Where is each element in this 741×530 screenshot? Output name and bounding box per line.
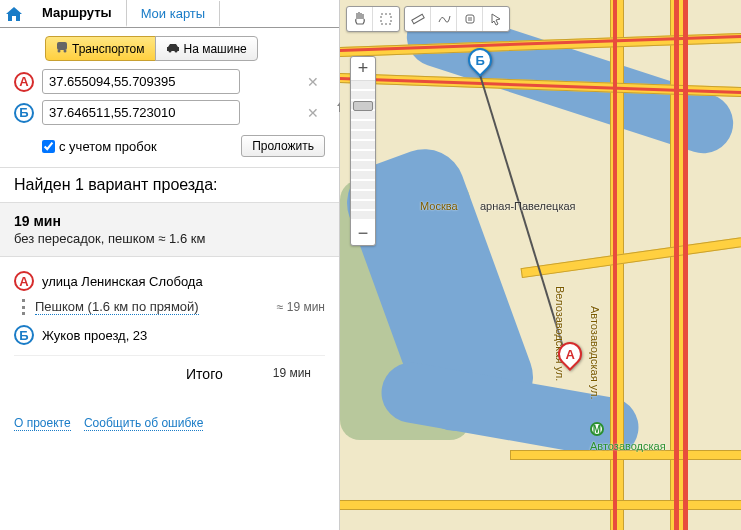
svg-rect-7 xyxy=(411,14,423,23)
route-start-item: А улица Ленинская Слобода xyxy=(14,271,325,291)
marker-tool-icon[interactable] xyxy=(457,7,483,31)
route-walk-item: Пешком (1.6 км по прямой) ≈ 19 мин xyxy=(14,299,325,315)
top-nav: Маршруты Мои карты xyxy=(0,0,339,28)
tab-mymaps[interactable]: Мои карты xyxy=(127,1,221,26)
metro-icon[interactable]: M xyxy=(590,422,604,436)
route-points: А ✕ Б ✕ xyxy=(0,69,339,131)
traffic-label-text: с учетом пробок xyxy=(59,139,157,154)
svg-rect-6 xyxy=(381,14,391,24)
total-time: 19 мин xyxy=(273,366,311,382)
map-label-river: Москва xyxy=(420,200,458,212)
summary-time: 19 мин xyxy=(14,213,325,229)
map-toolbar xyxy=(346,6,510,32)
marker-b-icon: Б xyxy=(14,103,34,123)
point-b-input[interactable] xyxy=(42,100,240,125)
about-link[interactable]: О проекте xyxy=(14,416,71,431)
zoom-control: + − xyxy=(350,56,376,246)
clear-b-icon[interactable]: ✕ xyxy=(307,105,319,121)
map-label-avtozavodskaya-metro: Автозаводская xyxy=(590,440,666,452)
route-end-label: Жуков проезд, 23 xyxy=(42,328,147,343)
footer-links: О проекте Сообщить об ошибке xyxy=(0,406,339,440)
zoom-in-button[interactable]: + xyxy=(351,57,375,81)
zoom-slider[interactable] xyxy=(351,81,375,221)
path-tool-icon[interactable] xyxy=(431,7,457,31)
car-icon xyxy=(166,42,180,56)
mode-transport-button[interactable]: Транспортом xyxy=(45,36,156,61)
clear-a-icon[interactable]: ✕ xyxy=(307,74,319,90)
bus-icon xyxy=(56,41,68,56)
point-a-input[interactable] xyxy=(42,69,240,94)
mode-row: Транспортом На машине xyxy=(0,28,339,69)
traffic-checkbox-label[interactable]: с учетом пробок xyxy=(42,139,157,154)
pointer-tool-icon[interactable] xyxy=(483,7,509,31)
mode-car-label: На машине xyxy=(184,42,247,56)
tab-routes[interactable]: Маршруты xyxy=(28,0,127,27)
ruler-tool-icon[interactable] xyxy=(405,7,431,31)
walk-dots-icon xyxy=(22,299,25,315)
map-background: Москва арная-Павелецкая Автозаводская ул… xyxy=(340,0,741,530)
found-header: Найден 1 вариант проезда: xyxy=(0,167,339,202)
zoom-select-tool-icon[interactable] xyxy=(373,7,399,31)
map-marker-b-label: Б xyxy=(475,53,484,68)
route-details: А улица Ленинская Слобода Пешком (1.6 км… xyxy=(0,257,339,406)
svg-point-1 xyxy=(58,50,61,53)
map-marker-b[interactable]: Б xyxy=(468,48,492,84)
map-label-avtozavodskaya-st: Автозаводская ул. xyxy=(589,306,601,399)
options-row: с учетом пробок Проложить xyxy=(0,131,339,167)
summary-detail: без пересадок, пешком ≈ 1.6 км xyxy=(14,231,325,246)
map-panel[interactable]: Москва арная-Павелецкая Автозаводская ул… xyxy=(340,0,741,530)
home-icon[interactable] xyxy=(0,7,28,21)
svg-rect-0 xyxy=(57,42,67,50)
map-marker-a[interactable]: А xyxy=(558,342,582,378)
marker-a-icon: А xyxy=(14,271,34,291)
total-label: Итого xyxy=(186,366,223,382)
zoom-out-button[interactable]: − xyxy=(351,221,375,245)
mode-car-button[interactable]: На машине xyxy=(155,36,258,61)
route-start-label: улица Ленинская Слобода xyxy=(42,274,203,289)
point-b-input-wrap: ✕ xyxy=(42,100,325,125)
walk-time: ≈ 19 мин xyxy=(277,300,325,314)
traffic-checkbox[interactable] xyxy=(42,140,55,153)
left-panel: Маршруты Мои карты Транспортом На машине… xyxy=(0,0,340,530)
svg-point-4 xyxy=(174,49,177,52)
route-line xyxy=(340,0,741,530)
build-route-button[interactable]: Проложить xyxy=(241,135,325,157)
marker-b-icon: Б xyxy=(14,325,34,345)
point-b-row: Б ✕ xyxy=(14,100,325,125)
zoom-handle[interactable] xyxy=(353,101,373,111)
mode-transport-label: Транспортом xyxy=(72,42,145,56)
report-link[interactable]: Сообщить об ошибке xyxy=(84,416,203,431)
route-end-item: Б Жуков проезд, 23 xyxy=(14,325,325,345)
map-marker-a-label: А xyxy=(565,347,574,362)
marker-a-icon: А xyxy=(14,72,34,92)
svg-rect-8 xyxy=(466,15,474,23)
svg-point-2 xyxy=(64,50,67,53)
point-a-input-wrap: ✕ xyxy=(42,69,325,94)
svg-point-3 xyxy=(168,49,171,52)
map-label-paveletskaya: арная-Павелецкая xyxy=(480,200,576,212)
point-a-row: А ✕ xyxy=(14,69,325,94)
pan-tool-icon[interactable] xyxy=(347,7,373,31)
route-summary[interactable]: 19 мин без пересадок, пешком ≈ 1.6 км xyxy=(0,202,339,257)
walk-text[interactable]: Пешком (1.6 км по прямой) xyxy=(35,299,199,315)
total-row: Итого 19 мин xyxy=(14,355,325,392)
